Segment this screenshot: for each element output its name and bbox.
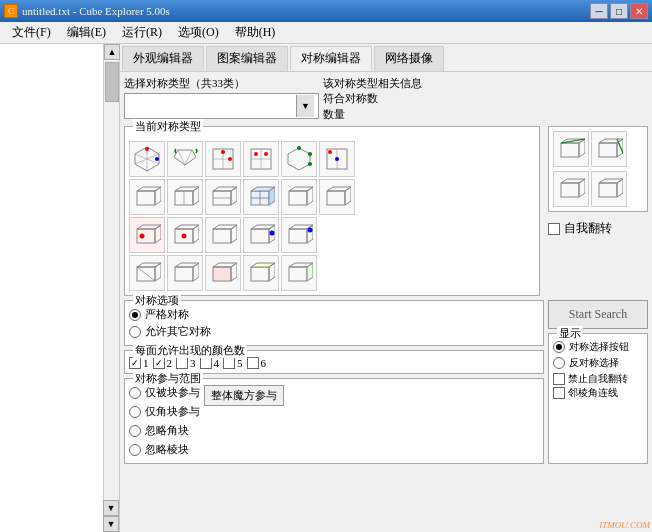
cube-grid xyxy=(129,141,535,291)
only-block-radio-btn[interactable] xyxy=(129,387,141,399)
menu-options[interactable]: 选项(O) xyxy=(170,22,227,43)
select-row: 选择对称类型（共33类） ▼ 该对称类型相关信息 符合对称数 数量 xyxy=(124,76,648,122)
svg-line-71 xyxy=(137,267,155,281)
svg-marker-45 xyxy=(307,187,313,205)
app-icon: C xyxy=(4,4,18,18)
cube-item[interactable] xyxy=(167,255,203,291)
cube-item[interactable] xyxy=(167,179,203,215)
cube-item[interactable] xyxy=(281,179,317,215)
cube-item[interactable] xyxy=(281,217,317,253)
cube-item[interactable] xyxy=(243,217,279,253)
cube-item[interactable] xyxy=(243,179,279,215)
window-controls: ─ □ ✕ xyxy=(590,3,648,19)
tab-appearance[interactable]: 外观编辑器 xyxy=(122,46,204,71)
ignore-corner-radio[interactable]: 忽略角块 xyxy=(129,423,200,438)
cube-item[interactable] xyxy=(167,217,203,253)
only-block-radio[interactable]: 仅被块参与 xyxy=(129,385,200,400)
svg-point-52 xyxy=(140,234,145,239)
count-label: 数量 xyxy=(323,107,648,122)
color-3-checkbox[interactable] xyxy=(176,357,188,369)
scroll-bottom[interactable]: ▼ xyxy=(103,516,119,532)
color-count-title: 每面允许出现的颜色数 xyxy=(133,343,247,358)
color-2-checkbox[interactable]: ✓ xyxy=(153,357,165,369)
color-4-checkbox[interactable] xyxy=(200,357,212,369)
options-title: 对称选项 xyxy=(133,293,181,308)
cube-item[interactable] xyxy=(243,255,279,291)
menu-edit[interactable]: 编辑(E) xyxy=(59,22,114,43)
color-6-checkbox[interactable] xyxy=(247,357,259,369)
cube-item[interactable] xyxy=(205,141,241,177)
ignore-corner-label: 忽略角块 xyxy=(145,423,189,438)
tab-symmetry[interactable]: 对称编辑器 xyxy=(290,46,372,71)
svg-rect-84 xyxy=(561,143,579,157)
dropdown-arrow[interactable]: ▼ xyxy=(296,95,314,117)
cube-item-special-1[interactable] xyxy=(553,131,589,167)
cube-item[interactable] xyxy=(129,255,165,291)
scroll-up[interactable]: ▲ xyxy=(104,44,120,60)
cube-item[interactable] xyxy=(243,141,279,177)
current-symmetry-title: 当前对称类型 xyxy=(133,119,203,134)
maximize-button[interactable]: □ xyxy=(610,3,628,19)
allow-other-radio[interactable]: 允许其它对称 xyxy=(129,324,539,339)
color-5-checkbox[interactable] xyxy=(223,357,235,369)
cube-item[interactable] xyxy=(167,141,203,177)
cube-item-special-3[interactable] xyxy=(553,171,589,207)
menu-help[interactable]: 帮助(H) xyxy=(227,22,284,43)
minimize-button[interactable]: ─ xyxy=(590,3,608,19)
display-sym-select: 对称选择按钮 xyxy=(553,340,643,354)
tab-webcam[interactable]: 网络摄像 xyxy=(374,46,444,71)
neighbor-edge-color-checkbox[interactable] xyxy=(553,387,565,399)
cube-item[interactable] xyxy=(205,179,241,215)
start-search-button[interactable]: Start Search xyxy=(548,300,648,329)
cube-item[interactable] xyxy=(319,179,355,215)
color-1-checkbox[interactable]: ✓ xyxy=(129,357,141,369)
cube-item[interactable] xyxy=(281,255,317,291)
whole-cube-button[interactable]: 整体魔方参与 xyxy=(204,385,284,406)
cube-item[interactable] xyxy=(129,141,165,177)
svg-point-22 xyxy=(308,162,312,166)
disable-self-rotate-label: 禁止自我翻转 xyxy=(568,372,628,386)
symmetry-select[interactable]: ▼ xyxy=(124,93,319,119)
cube-item-special-4[interactable] xyxy=(591,171,627,207)
disable-self-rotate-checkbox[interactable] xyxy=(553,373,565,385)
only-corner-radio-btn[interactable] xyxy=(129,406,141,418)
svg-point-56 xyxy=(182,234,187,239)
cube-item[interactable] xyxy=(281,141,317,177)
cube-item-special-2[interactable] xyxy=(591,131,627,167)
cube-item[interactable] xyxy=(319,141,355,177)
ignore-corner-radio-btn[interactable] xyxy=(129,425,141,437)
range-right: 整体魔方参与 xyxy=(204,385,284,459)
svg-point-13 xyxy=(228,157,232,161)
color-3: 3 xyxy=(176,357,196,369)
display-sym-select-btn[interactable] xyxy=(553,341,565,353)
only-corner-radio[interactable]: 仅角块参与 xyxy=(129,404,200,419)
info-group: 该对称类型相关信息 符合对称数 数量 xyxy=(323,76,648,122)
cube-item[interactable] xyxy=(205,255,241,291)
right-bottom: Start Search 显示 对称选择按钮 反对称选择 xyxy=(548,300,648,464)
tabs-bar: 外观编辑器 图案编辑器 对称编辑器 网络摄像 xyxy=(120,44,652,72)
display-anti-sym-btn[interactable] xyxy=(553,357,565,369)
scroll-down[interactable]: ▼ xyxy=(103,500,119,516)
strict-radio-btn[interactable] xyxy=(129,309,141,321)
svg-rect-94 xyxy=(599,183,617,197)
scroll-thumb[interactable] xyxy=(105,62,119,102)
allow-other-radio-btn[interactable] xyxy=(129,326,141,338)
cube-item[interactable] xyxy=(129,179,165,215)
neighbor-edge-color-label: 邻棱角连线 xyxy=(568,386,618,400)
color-4: 4 xyxy=(200,357,220,369)
left-scrollbar: ▲ ▼ ▼ xyxy=(103,44,119,532)
current-symmetry-box: 当前对称类型 xyxy=(124,126,540,296)
svg-rect-78 xyxy=(251,267,269,281)
tab-pattern[interactable]: 图案编辑器 xyxy=(206,46,288,71)
self-rotate-checkbox[interactable] xyxy=(548,223,560,235)
svg-marker-6 xyxy=(174,150,196,165)
menu-file[interactable]: 文件(F) xyxy=(4,22,59,43)
cube-item[interactable] xyxy=(129,217,165,253)
cube-item[interactable] xyxy=(205,217,241,253)
ignore-edge-radio[interactable]: 忽略棱块 xyxy=(129,442,200,457)
svg-point-63 xyxy=(270,231,275,236)
menu-run[interactable]: 运行(R) xyxy=(114,22,170,43)
strict-radio[interactable]: 严格对称 xyxy=(129,307,539,322)
close-button[interactable]: ✕ xyxy=(630,3,648,19)
ignore-edge-radio-btn[interactable] xyxy=(129,444,141,456)
